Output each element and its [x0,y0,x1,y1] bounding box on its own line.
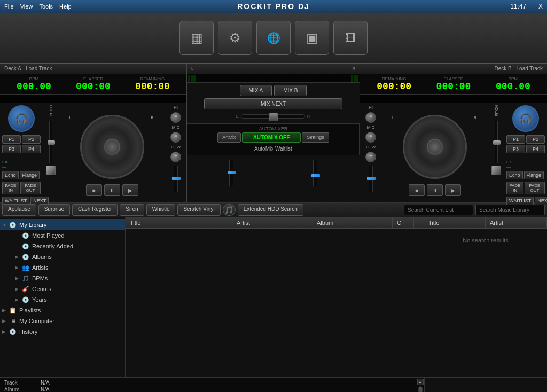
right-col-artist[interactable]: Artist [486,217,547,228]
deck-b-echo-button[interactable]: Echo [506,171,523,179]
center-vol-left[interactable] [229,160,233,186]
deck-b-p2-button[interactable]: P2 [526,135,545,144]
mix-a-button[interactable]: MIX A [240,85,272,96]
settings-icon: ⚙ [224,27,246,49]
toolbar-library-button[interactable]: ▦ [179,21,214,55]
menu-help[interactable]: Help [59,3,72,10]
scroll-thumb[interactable] [419,387,422,392]
menu-view[interactable]: View [20,3,33,10]
deck-a-p1-button[interactable]: P1 [2,135,21,144]
search-current-list-input[interactable] [404,205,473,215]
sidebar-item-years[interactable]: ▶ 💿 Years [0,294,125,305]
action-scratch-vinyl[interactable]: Scratch Vinyl [177,204,220,216]
toolbar-settings-button[interactable]: ⚙ [218,21,252,55]
toolbar-video-button[interactable]: ▣ [295,21,329,55]
deck-b-pause-button[interactable]: ⏸ [427,184,443,196]
playlists-expand: ▶ [2,308,9,313]
deck-a-p3-button[interactable]: P3 [2,145,21,153]
deck-b-mid-knob[interactable] [365,132,376,143]
crossfader-l-label: L [236,114,239,119]
center-vol-right[interactable] [313,160,317,186]
deck-b-low-knob[interactable] [365,152,376,162]
deck-b-p4-button[interactable]: P4 [526,145,545,153]
deck-b-fadein-button[interactable]: FADE IN [506,182,523,194]
sidebar-item-artists[interactable]: ▶ 👥 Artists [0,262,125,273]
deck-b-next-button[interactable]: NEXT [535,197,547,205]
deck-a-p4-button[interactable]: P4 [22,145,41,153]
deck-a-p2-button[interactable]: P2 [22,135,41,144]
deck-b-p1-button[interactable]: P1 [506,135,525,144]
deck-b-fx-label: — FX — [506,155,515,169]
deck-a-pause-button[interactable]: ⏸ [104,184,120,196]
deck-b-volume-slider[interactable] [369,166,373,192]
automix-section: AUTOMIXER ArtMix AUTOMIX OFF Settings Au… [187,123,360,155]
deck-b-fadeout-button[interactable]: FADE OUT [525,182,545,194]
automix-settings-button[interactable]: Settings [302,132,329,143]
menu-file[interactable]: File [4,3,14,10]
deck-a-play-button[interactable]: ▶ [122,184,138,196]
toolbar-network-button[interactable]: 🌐 [256,21,291,55]
sidebar-item-recently-added[interactable]: 💿 Recently Added [0,241,125,252]
deck-b-flange-button[interactable]: Flange [524,171,544,179]
deck-a-fadeout-button[interactable]: FADE OUT [20,182,41,194]
deck-a-echo-button[interactable]: Echo [2,171,19,179]
sidebar-item-bpms[interactable]: ▶ 🎵 BPMs [0,273,125,284]
action-whistle[interactable]: Whistle [146,204,176,216]
action-extended-hdd[interactable]: Extended HDD Search [238,204,303,216]
deck-a-low-knob[interactable] [170,152,181,162]
deck-a-turntable[interactable] [80,115,144,179]
action-surprise[interactable]: Surprise [38,204,70,216]
mix-b-button[interactable]: MIX B [274,85,307,96]
deck-b-pitch-reset[interactable] [491,166,501,175]
deck-a-stop-button[interactable]: ■ [86,184,102,196]
deck-b-stop-button[interactable]: ■ [409,184,425,196]
right-col-title[interactable]: Title [424,217,486,228]
action-siren[interactable]: Siren [120,204,144,216]
center-vu-meters [187,74,360,83]
deck-center: L R MIX A MIX B MIX NEXT L [187,64,360,202]
deck-b-turntable[interactable] [403,115,467,179]
scroll-up-button[interactable]: ▲ [417,379,424,385]
deck-a-flange-button[interactable]: Flange [20,171,40,179]
deck-a-mid-knob[interactable] [170,132,181,143]
col-header-other[interactable]: C [393,217,414,228]
deck-b-waitlist-button[interactable]: WAITLIST [506,197,534,205]
action-applause[interactable]: Applause [2,204,36,216]
artomix-button[interactable]: ArtMix [217,132,241,143]
deck-b-hi-knob[interactable] [365,112,376,123]
minimize-button[interactable]: _ [530,3,534,10]
deck-a-pitch-reset[interactable] [46,166,56,175]
genres-label: Genres [32,286,51,292]
sidebar-item-albums[interactable]: ▶ 💿 Albums [0,252,125,262]
col-header-album[interactable]: Album [312,217,393,228]
deck-a-hi-knob[interactable] [170,112,181,123]
my-computer-icon: 🖥 [9,317,17,325]
deck-a-remaining-label: REMAINING [135,76,170,81]
crossfader[interactable] [241,114,305,119]
toolbar-effects-button[interactable]: 🎞 [333,21,368,55]
sidebar-item-my-computer[interactable]: ▶ 🖥 My Computer [0,316,125,326]
action-cash-register[interactable]: Cash Register [72,204,118,216]
automix-off-button[interactable]: AUTOMIX OFF [242,132,301,143]
col-header-title[interactable]: Title [126,217,232,228]
deck-a-fadein-button[interactable]: FADE IN [2,182,19,194]
sidebar-item-genres[interactable]: ▶ 🎸 Genres [0,284,125,294]
deck-a-pitch-track[interactable] [49,121,52,163]
sidebar-item-history[interactable]: ▶ 💿 History [0,326,125,337]
action-icon-button[interactable]: 🎵 [223,204,236,216]
menu-tools[interactable]: Tools [39,3,53,10]
col-header-artist[interactable]: Artist [232,217,312,228]
sidebar-item-my-library[interactable]: ▼ 💿 My Library [0,219,125,230]
close-button[interactable]: X [538,3,543,10]
search-music-library-input[interactable] [475,205,545,215]
deck-a-vu-r-label: R [151,116,153,120]
sidebar-item-playlists[interactable]: ▶ 📋 Playlists [0,305,125,316]
track-info-track: Track N/A [4,380,411,386]
deck-b-pitch-track[interactable] [495,121,498,163]
deck-b-p3-button[interactable]: P3 [506,145,525,153]
deck-b-vu-r-label: R [474,116,476,120]
deck-a-volume-slider[interactable] [174,166,178,192]
mix-next-button[interactable]: MIX NEXT [204,98,342,109]
deck-b-play-button[interactable]: ▶ [445,184,461,196]
sidebar-item-most-played[interactable]: 💿 Most Played [0,230,125,241]
